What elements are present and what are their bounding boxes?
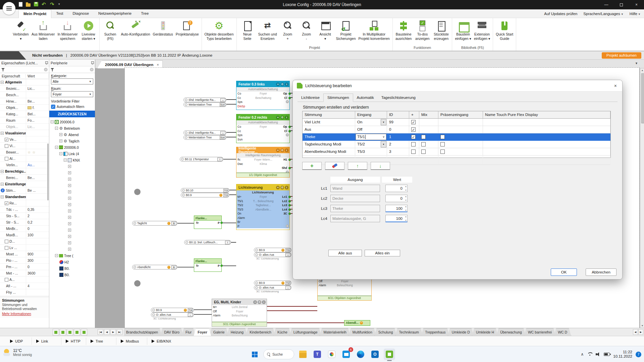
move-icon[interactable]: + [276,82,280,86]
name-touch-cell[interactable] [483,148,610,156]
page-tab-lüftungsanlage[interactable]: Lüftungsanlage [289,328,322,336]
start-button[interactable] [249,349,260,360]
plus-cell[interactable]: ✓ [409,133,419,141]
page-tab-wc-barrierefrei[interactable]: WC barrierefrei [524,328,556,336]
property-row[interactable]: A... [0,277,49,283]
page-tab-heizung[interactable]: Heizung [227,328,248,336]
property-row[interactable]: MinBr...0 [0,226,49,232]
checkbox[interactable] [440,149,445,154]
name-touch-cell[interactable] [483,119,610,126]
property-row[interactable]: RaumFo... [0,117,49,124]
input-reference-p11a[interactable]: iB0.9−TI1 [254,248,291,252]
collapse-icon[interactable]: − [64,159,67,162]
block-eg-multi-kinder[interactable]: EG, Multi, Kinder+⚙iM+Licht ZentralOffFo… [212,299,267,327]
ribbon-tab-test[interactable]: Test [51,9,68,18]
input-reference-p13b[interactable]: iO: alles Aus→ [151,312,194,317]
alle-aus-button[interactable]: Alle aus [328,250,362,256]
tree-item-betriebsm[interactable]: −⚙Betriebsm [49,125,95,131]
checkbox[interactable] [411,149,416,154]
tree-item[interactable]: + [49,233,95,240]
weather-widget[interactable]: 11°CMeist sonnig [3,348,32,357]
info-icon[interactable]: i [285,116,288,119]
spinner-icon[interactable]: ▲▼ [404,185,408,192]
property-row[interactable]: Moet ...900 [0,251,49,257]
property-row[interactable]: Bewer...☆ ☆ [0,149,49,156]
expand-icon[interactable]: + [68,222,71,225]
checkbox[interactable] [5,246,8,250]
in-multiplikator-projekt-konvertieren-button[interactable]: In MultiplikatorProjekt konvertieren [357,19,391,45]
page-tab-foyer[interactable]: Foyer [194,328,211,336]
plus-cell[interactable] [409,148,419,156]
input-reference-p6[interactable]: iB0.10TI3 [181,188,229,193]
property-row[interactable]: Str - S...0,2 [0,219,49,226]
page-tab-umkleide-h[interactable]: Umkleide H [472,328,498,336]
spinner-icon[interactable]: ▲▼ [404,195,408,202]
move-up-button[interactable]: ↑ [348,162,367,170]
settings-icon[interactable]: ⚙ [280,82,284,86]
volume-icon[interactable] [596,352,600,356]
close-button[interactable]: × [629,0,644,9]
collapse-icon[interactable]: − [1,170,4,173]
block-fenster-02-rechts[interactable]: Fenster 0.2 rechts+⚙iAutomatikbeschattun… [236,114,290,143]
tree-item[interactable]: + [49,208,95,214]
input-reference-p8[interactable]: iTaglicht−B [132,221,177,226]
collapse-icon[interactable]: − [51,120,54,123]
property-row[interactable]: Lv ... [0,245,49,251]
collapse-icon[interactable]: − [1,195,4,198]
tree-item-2000060[interactable]: −200006.0 [49,144,95,150]
output-connector[interactable] [220,222,223,224]
tab-list-dropdown-icon[interactable]: ▼ [635,62,638,65]
mix-cell[interactable] [419,133,438,141]
checkbox[interactable] [5,240,8,243]
expand-icon[interactable]: + [68,171,71,174]
property-row[interactable]: Sts - S...2 [0,213,49,219]
expand-icon[interactable]: + [68,178,71,181]
checkbox[interactable] [5,157,8,161]
output-connector[interactable] [288,196,291,198]
page-tab-umkleide-d[interactable]: Umkleide D [448,328,474,336]
collapse-icon[interactable]: − [1,183,4,186]
property-row[interactable]: Objek...Lic... [0,124,49,130]
dropdown-icon[interactable]: ▼ [381,119,386,125]
checkbox[interactable] [5,278,8,282]
spinner-icon[interactable]: ▲▼ [404,205,408,212]
tree-item-taglich[interactable]: +⚙Taglich [49,138,95,144]
panel-mini-tab-3[interactable] [74,329,80,336]
output-connector[interactable] [288,200,291,202]
checkbox[interactable] [440,135,445,139]
property-row[interactable]: D... [0,238,49,245]
ribbon-tab-mein-projekt[interactable]: Mein Projekt [18,9,51,18]
first-page-icon[interactable]: |◀ [98,329,103,335]
dialog-close-icon[interactable]: × [613,83,618,88]
property-row[interactable]: Pm - ...0 [0,264,49,270]
ausgang-name-field[interactable]: Theke [330,205,380,212]
page-tab-flur[interactable]: Flur [181,328,196,336]
property-row[interactable]: iStim...Be ... [0,187,49,194]
eingang-cell[interactable]: On▼ [355,119,387,126]
ausgang-name-field[interactable]: Materialausgabe, G [330,215,380,222]
property-row[interactable]: Berec...Be... [0,175,49,181]
dialog-tab-automatik[interactable]: Automatik [353,94,378,102]
checkbox[interactable] [411,142,416,146]
output-connector[interactable] [288,208,291,211]
scroll-down-icon[interactable]: ▼ [640,324,644,328]
page-tab-brandschutzklappen[interactable]: Brandschutzklappen [124,328,162,336]
checkbox-checked[interactable]: ✓ [5,138,8,141]
menu-link-1[interactable]: Sprachen/Languages ▼ [583,9,623,19]
expand-icon[interactable]: + [68,229,71,232]
input-reference-p2[interactable]: iWetterstation TreeSun [183,102,226,107]
close-document-icon[interactable]: × [157,63,159,67]
property-row[interactable]: MaxB...100 [0,232,49,238]
checkbox[interactable] [421,142,426,146]
dropdown-icon[interactable]: ▼ [381,141,386,147]
taskbar-photos[interactable] [326,349,337,360]
id-cell[interactable]: 2 [387,141,409,148]
color-swatch[interactable] [28,106,32,109]
expand-icon[interactable]: + [59,133,62,136]
eingang-cell[interactable]: T5/1∨ [355,133,387,141]
output-connector[interactable] [288,167,291,169]
checkbox-checked[interactable]: ✓ [5,201,8,205]
maximize-button[interactable] [614,0,629,9]
main-menu-button[interactable] [3,2,15,15]
todos-anzeigen-button[interactable]: To-dosanzeigen [413,19,432,45]
